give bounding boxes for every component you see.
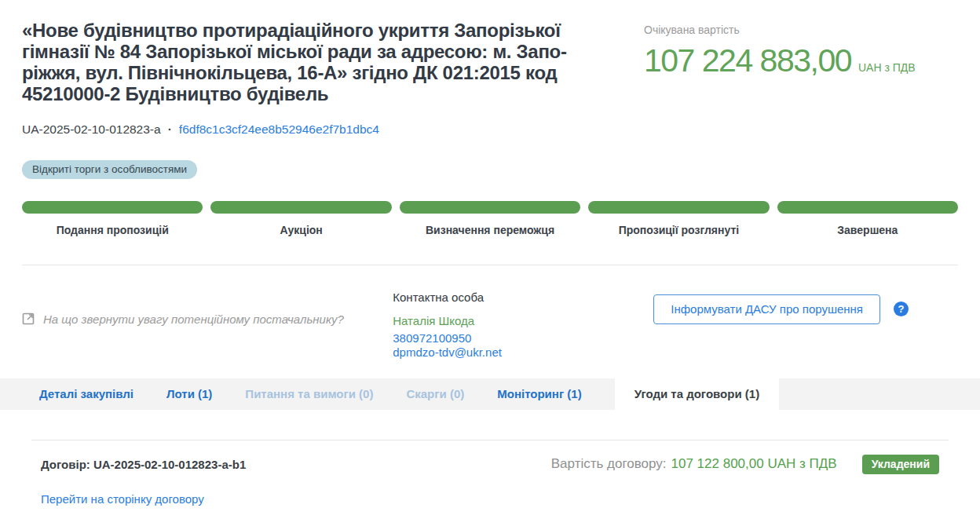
contract-page-link[interactable]: Перейти на сторінку договору — [41, 492, 204, 506]
stage-bar — [210, 201, 391, 214]
stage-item: Визначення переможця — [400, 201, 580, 236]
tab-complaints: Скарги (0) — [406, 387, 464, 400]
contract-id: Договір: UA-2025-02-10-012823-a-b1 — [41, 458, 246, 471]
stage-label: Визначення переможця — [400, 224, 580, 236]
contact-phone[interactable]: 380972100950 — [393, 331, 653, 345]
tender-page: «Нове будівництво протирадіаційного укри… — [0, 20, 980, 359]
contract-value-amount: 107 122 800,00 UAH з ПДВ — [671, 456, 837, 472]
contact-block: Контактна особа Наталія Шкода 3809721009… — [393, 291, 653, 359]
stage-item: Пропозиції розглянуті — [588, 201, 769, 236]
tab-bar: Деталі закупівлі Лоти (1) Питання та вим… — [0, 378, 980, 410]
contract-value-block: Вартість договору: 107 122 800,00 UAH з … — [551, 455, 939, 474]
contract-value-label: Вартість договору: — [551, 456, 667, 472]
contract-section: Договір: UA-2025-02-10-012823-a-b1 Варті… — [31, 440, 949, 506]
stage-bar — [588, 201, 769, 214]
supplier-notice-link[interactable]: На що звернути увагу потенційному постач… — [22, 291, 393, 326]
tab-monitoring[interactable]: Моніторинг (1) — [497, 387, 581, 400]
stage-label: Завершена — [777, 224, 958, 236]
tab-questions: Питання та вимоги (0) — [245, 387, 373, 400]
page-title: «Нове будівництво протирадіаційного укри… — [22, 20, 599, 105]
external-link-icon — [22, 312, 35, 325]
stage-item: Завершена — [777, 201, 958, 236]
section-divider — [22, 265, 958, 265]
header: «Нове будівництво протирадіаційного укри… — [22, 20, 958, 105]
contact-email[interactable]: dpmdzo-tdv@ukr.net — [393, 345, 653, 359]
stage-label: Подання пропозицій — [22, 224, 203, 236]
stage-bar — [22, 201, 203, 214]
stage-item: Аукціон — [210, 201, 391, 236]
stage-label: Пропозиції розглянуті — [588, 224, 769, 236]
contact-person-name: Наталія Шкода — [393, 314, 653, 327]
tender-id: UA-2025-02-10-012823-a — [22, 122, 161, 137]
stage-bar — [777, 201, 958, 214]
tab-agreements-contracts[interactable]: Угоди та договори (1) — [615, 378, 780, 410]
stage-progress: Подання пропозицій Аукціон Визначення пе… — [22, 201, 958, 236]
expected-value-block: Очікувана вартість 107 224 883,00 UAH з … — [644, 20, 958, 105]
tab-purchase-details[interactable]: Деталі закупівлі — [39, 387, 133, 400]
stage-label: Аукціон — [210, 224, 391, 236]
tab-lots[interactable]: Лоти (1) — [166, 387, 212, 400]
report-violation-button[interactable]: Інформувати ДАСУ про порушення — [653, 294, 880, 324]
tender-id-row: UA-2025-02-10-012823-a · f6df8c1c3cf24ee… — [22, 122, 958, 137]
expected-value-row: 107 224 883,00 UAH з ПДВ — [644, 42, 958, 79]
contract-status-badge: Укладений — [862, 455, 939, 474]
separator-dot: · — [168, 122, 172, 137]
contact-section: На що звернути увагу потенційному постач… — [22, 291, 958, 359]
actions-block: Інформувати ДАСУ про порушення ? — [653, 291, 909, 359]
expected-value-amount: 107 224 883,00 — [644, 42, 851, 79]
tender-hash-link[interactable]: f6df8c1c3cf24ee8b52946e2f7b1dbc4 — [179, 122, 379, 137]
contact-person-label: Контактна особа — [393, 291, 653, 304]
expected-value-currency: UAH з ПДВ — [858, 61, 916, 74]
supplier-notice-text: На що звернути увагу потенційному постач… — [43, 312, 344, 326]
help-question-icon[interactable]: ? — [894, 302, 909, 316]
procedure-type-badge: Відкриті торги з особливостями — [22, 160, 197, 179]
expected-value-label: Очікувана вартість — [644, 24, 958, 36]
stage-item: Подання пропозицій — [22, 201, 203, 236]
stage-bar — [400, 201, 580, 214]
contract-row: Договір: UA-2025-02-10-012823-a-b1 Варті… — [31, 455, 949, 474]
